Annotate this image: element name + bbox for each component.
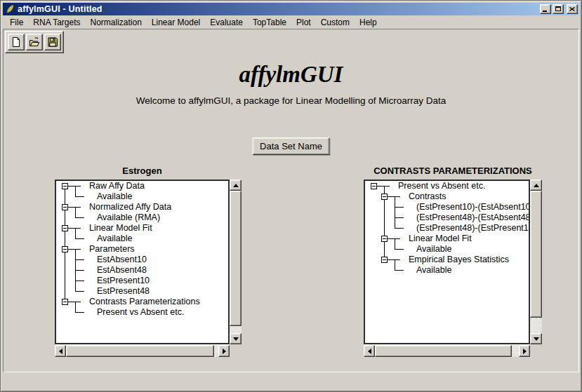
tree-node-label[interactable]: EstPresent48 [97,286,150,297]
close-icon [569,7,575,11]
tree-node-label[interactable]: EstAbsent10 [97,255,147,265]
tree-node-label[interactable]: Available [97,234,133,244]
menu-item-custom[interactable]: Custom [316,16,355,29]
app-window: affylmGUI - Untitled FileRNA TargetsNorm… [0,0,582,392]
hscroll-thumb[interactable] [66,345,214,357]
tree-node-label[interactable]: (EstPresent10)-(EstAbsent10) [416,202,530,212]
tree-node-label[interactable]: Normalized Affy Data [89,202,171,212]
menu-item-evaluate[interactable]: Evaluate [205,16,248,29]
tree-node-label[interactable]: Contrasts [409,191,447,202]
tree-line [75,249,76,292]
menu-item-linear-model[interactable]: Linear Model [147,16,205,29]
tree-node-label[interactable]: Present vs Absent etc. [398,181,485,191]
tree-node-label[interactable]: Present vs Absent etc. [97,307,184,318]
new-file-button[interactable] [8,34,25,50]
open-folder-icon [29,36,40,48]
vscroll-thumb[interactable] [230,191,242,326]
menu-item-normalization[interactable]: Normalization [86,16,147,29]
tree-line [75,259,84,260]
tree-node-label[interactable]: Parameters [89,244,135,255]
dataset-tree-title: Estrogen [55,165,230,180]
contrasts-tree-canvas: Present vs Absent etc.Contrasts(EstPrese… [364,180,530,344]
tk-feather-icon [5,4,15,14]
tree-expand-box[interactable] [62,225,68,231]
tree-expand-box[interactable] [62,183,68,189]
scroll-left-button[interactable] [364,345,375,357]
tree-expand-box[interactable] [62,204,68,210]
tree-node-label[interactable]: Available [416,265,452,276]
tree-node-label[interactable]: EstPresent10 [97,276,150,286]
left-arrow-icon [59,349,62,354]
down-arrow-icon [233,337,239,341]
scroll-left-button[interactable] [55,345,66,357]
scroll-down-button[interactable] [530,333,542,344]
titlebar[interactable]: affylmGUI - Untitled [3,3,579,15]
scroll-up-button[interactable] [230,180,242,191]
tree-line [75,302,76,313]
contrasts-tree-group: CONTRASTS PARAMETERIZATIONS Present vs A… [364,165,542,357]
dataset-tree-vscrollbar[interactable] [230,180,242,344]
tree-node-label[interactable]: Linear Model Fit [409,234,472,244]
menu-item-help[interactable]: Help [355,16,382,29]
tree-node-label[interactable]: Raw Affy Data [89,181,145,191]
tree-expand-box[interactable] [381,236,388,242]
tree-line [395,259,395,271]
tree-expand-box[interactable] [381,194,388,200]
menu-bar: FileRNA TargetsNormalizationLinear Model… [3,15,579,29]
tree-line [395,196,395,229]
contrasts-tree-vscrollbar[interactable] [530,180,542,344]
tree-node-label[interactable]: (EstPresent48)-(EstAbsent48) [416,212,530,223]
scroll-up-button[interactable] [530,180,542,191]
tree-node-label[interactable]: Available (RMA) [97,212,160,223]
maximize-icon [555,6,561,11]
tree-node-label[interactable]: Available [416,244,452,255]
dataset-tree-hscrollbar[interactable] [55,345,230,357]
close-button[interactable] [567,4,578,14]
minimize-icon [543,11,547,12]
tree-node-label[interactable]: Available [97,191,133,202]
menu-item-toptable[interactable]: TopTable [248,16,291,29]
open-file-button[interactable] [26,34,43,50]
tree-node-label[interactable]: Linear Model Fit [89,223,152,234]
menu-item-plot[interactable]: Plot [291,16,316,29]
tree-expand-box[interactable] [371,183,377,189]
contrasts-tree-hscrollbar[interactable] [364,345,530,357]
left-arrow-icon [368,349,371,354]
data-set-name-button[interactable]: Data Set Name [252,137,330,155]
tree-expand-box[interactable] [381,257,388,263]
page-title: affylmGUI [4,62,578,87]
scroll-down-button[interactable] [230,333,242,344]
tree-line [65,186,65,302]
dataset-tree-group: Estrogen Raw Affy DataAvailableNormalize… [55,165,242,357]
menu-item-rna-targets[interactable]: RNA Targets [28,16,85,29]
window-title: affylmGUI - Untitled [18,4,102,14]
up-arrow-icon [534,184,539,187]
scroll-right-button[interactable] [519,345,530,357]
vscroll-thumb[interactable] [530,191,542,318]
new-document-icon [11,36,22,48]
right-arrow-icon [523,349,527,354]
scroll-right-button[interactable] [218,345,230,357]
client-area: affylmGUI Welcome to affylmGUI, a packag… [3,29,579,372]
tree-node-label[interactable]: EstAbsent48 [97,265,147,276]
down-arrow-icon [534,337,539,341]
minimize-button[interactable] [540,4,551,14]
tree-expand-box[interactable] [62,299,68,305]
save-file-button[interactable] [44,34,61,50]
hscroll-thumb[interactable] [375,345,512,357]
tree-line [75,270,84,271]
up-arrow-icon [233,184,239,187]
page-subtitle: Welcome to affylmGUI, a package for Line… [4,95,578,106]
window-controls [540,4,578,14]
tree-line [75,281,84,281]
tree-node-label[interactable]: Contrasts Parameterizations [89,297,200,307]
tree-line [75,291,84,292]
tree-line [395,249,404,250]
menu-item-file[interactable]: File [5,16,28,29]
save-floppy-icon [47,36,58,48]
toolbar [5,31,64,53]
tree-node-label[interactable]: Empirical Bayes Statistics [409,255,509,265]
maximize-button[interactable] [553,4,564,14]
tree-expand-box[interactable] [62,246,68,252]
tree-node-label[interactable]: (EstPresent48)-(EstPresent10) [416,223,530,234]
